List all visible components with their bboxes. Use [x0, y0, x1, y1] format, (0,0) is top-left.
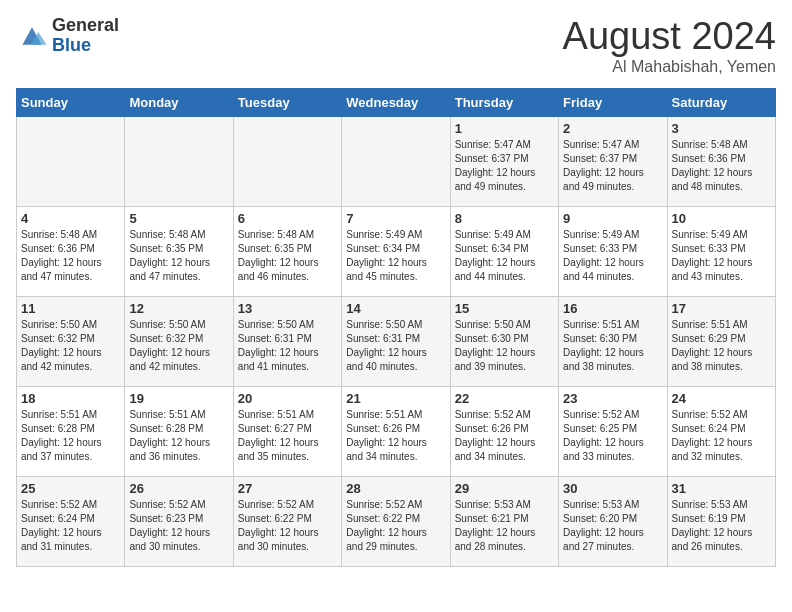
day-info-line: Sunrise: 5:49 AM [563, 229, 639, 240]
calendar-cell: 3Sunrise: 5:48 AMSunset: 6:36 PMDaylight… [667, 116, 775, 206]
day-number: 22 [455, 391, 554, 406]
day-info: Sunrise: 5:52 AMSunset: 6:23 PMDaylight:… [129, 498, 228, 554]
calendar-cell: 23Sunrise: 5:52 AMSunset: 6:25 PMDayligh… [559, 386, 667, 476]
day-number: 20 [238, 391, 337, 406]
day-info: Sunrise: 5:52 AMSunset: 6:26 PMDaylight:… [455, 408, 554, 464]
day-info-line: and 49 minutes. [563, 181, 634, 192]
logo-general-text: General [52, 16, 119, 36]
calendar-cell: 22Sunrise: 5:52 AMSunset: 6:26 PMDayligh… [450, 386, 558, 476]
day-number: 16 [563, 301, 662, 316]
day-number: 31 [672, 481, 771, 496]
day-info-line: Sunrise: 5:51 AM [346, 409, 422, 420]
day-info-line: and 31 minutes. [21, 541, 92, 552]
calendar-cell: 15Sunrise: 5:50 AMSunset: 6:30 PMDayligh… [450, 296, 558, 386]
day-info: Sunrise: 5:48 AMSunset: 6:36 PMDaylight:… [672, 138, 771, 194]
day-number: 29 [455, 481, 554, 496]
day-info-line: Sunrise: 5:51 AM [672, 319, 748, 330]
calendar-cell: 20Sunrise: 5:51 AMSunset: 6:27 PMDayligh… [233, 386, 341, 476]
day-info-line: Sunrise: 5:48 AM [129, 229, 205, 240]
day-number: 26 [129, 481, 228, 496]
day-info-line: Daylight: 12 hours [672, 167, 753, 178]
day-info-line: Sunrise: 5:52 AM [563, 409, 639, 420]
day-info: Sunrise: 5:51 AMSunset: 6:28 PMDaylight:… [21, 408, 120, 464]
day-info: Sunrise: 5:52 AMSunset: 6:25 PMDaylight:… [563, 408, 662, 464]
day-info-line: Sunrise: 5:50 AM [129, 319, 205, 330]
day-info-line: Sunrise: 5:51 AM [129, 409, 205, 420]
day-info: Sunrise: 5:51 AMSunset: 6:29 PMDaylight:… [672, 318, 771, 374]
day-info-line: Sunset: 6:21 PM [455, 513, 529, 524]
calendar-cell: 18Sunrise: 5:51 AMSunset: 6:28 PMDayligh… [17, 386, 125, 476]
day-info-line: Sunrise: 5:49 AM [672, 229, 748, 240]
day-info-line: Sunrise: 5:51 AM [21, 409, 97, 420]
day-number: 2 [563, 121, 662, 136]
day-number: 1 [455, 121, 554, 136]
day-info-line: Sunset: 6:34 PM [346, 243, 420, 254]
day-info-line: Daylight: 12 hours [346, 257, 427, 268]
calendar-cell: 14Sunrise: 5:50 AMSunset: 6:31 PMDayligh… [342, 296, 450, 386]
day-info-line: Sunset: 6:26 PM [346, 423, 420, 434]
day-info: Sunrise: 5:51 AMSunset: 6:26 PMDaylight:… [346, 408, 445, 464]
day-info-line: and 47 minutes. [21, 271, 92, 282]
day-number: 21 [346, 391, 445, 406]
day-info: Sunrise: 5:47 AMSunset: 6:37 PMDaylight:… [563, 138, 662, 194]
calendar-cell: 1Sunrise: 5:47 AMSunset: 6:37 PMDaylight… [450, 116, 558, 206]
day-info-line: Sunset: 6:37 PM [563, 153, 637, 164]
day-info-line: Sunrise: 5:47 AM [455, 139, 531, 150]
calendar-week-row: 11Sunrise: 5:50 AMSunset: 6:32 PMDayligh… [17, 296, 776, 386]
day-info: Sunrise: 5:53 AMSunset: 6:21 PMDaylight:… [455, 498, 554, 554]
day-number: 27 [238, 481, 337, 496]
main-title: August 2024 [563, 16, 776, 58]
day-info: Sunrise: 5:49 AMSunset: 6:33 PMDaylight:… [563, 228, 662, 284]
day-info-line: Sunset: 6:22 PM [238, 513, 312, 524]
day-info-line: Sunset: 6:30 PM [455, 333, 529, 344]
day-info-line: Sunset: 6:31 PM [346, 333, 420, 344]
day-number: 6 [238, 211, 337, 226]
day-number: 23 [563, 391, 662, 406]
day-info-line: Sunrise: 5:51 AM [238, 409, 314, 420]
calendar-cell: 25Sunrise: 5:52 AMSunset: 6:24 PMDayligh… [17, 476, 125, 566]
day-info-line: and 36 minutes. [129, 451, 200, 462]
calendar-cell [125, 116, 233, 206]
weekday-header-monday: Monday [125, 88, 233, 116]
day-info-line: Sunrise: 5:52 AM [129, 499, 205, 510]
day-info-line: Sunrise: 5:48 AM [672, 139, 748, 150]
day-number: 30 [563, 481, 662, 496]
calendar-table: SundayMondayTuesdayWednesdayThursdayFrid… [16, 88, 776, 567]
day-info-line: Daylight: 12 hours [455, 257, 536, 268]
day-info-line: Sunset: 6:32 PM [21, 333, 95, 344]
day-info-line: Sunrise: 5:49 AM [455, 229, 531, 240]
page-header: General Blue August 2024 Al Mahabishah, … [16, 16, 776, 76]
day-info: Sunrise: 5:52 AMSunset: 6:22 PMDaylight:… [346, 498, 445, 554]
day-info-line: Sunset: 6:25 PM [563, 423, 637, 434]
day-info-line: and 43 minutes. [672, 271, 743, 282]
day-info-line: Sunrise: 5:52 AM [238, 499, 314, 510]
calendar-cell: 31Sunrise: 5:53 AMSunset: 6:19 PMDayligh… [667, 476, 775, 566]
day-number: 14 [346, 301, 445, 316]
day-info-line: Daylight: 12 hours [238, 437, 319, 448]
calendar-body: 1Sunrise: 5:47 AMSunset: 6:37 PMDaylight… [17, 116, 776, 566]
day-info-line: Sunrise: 5:49 AM [346, 229, 422, 240]
day-info-line: Sunrise: 5:48 AM [21, 229, 97, 240]
day-info-line: Daylight: 12 hours [346, 347, 427, 358]
day-info-line: Sunset: 6:33 PM [672, 243, 746, 254]
calendar-cell: 27Sunrise: 5:52 AMSunset: 6:22 PMDayligh… [233, 476, 341, 566]
day-info-line: Sunset: 6:31 PM [238, 333, 312, 344]
day-info-line: Daylight: 12 hours [21, 347, 102, 358]
day-info: Sunrise: 5:48 AMSunset: 6:35 PMDaylight:… [129, 228, 228, 284]
day-number: 8 [455, 211, 554, 226]
weekday-header-saturday: Saturday [667, 88, 775, 116]
calendar-cell: 13Sunrise: 5:50 AMSunset: 6:31 PMDayligh… [233, 296, 341, 386]
day-info-line: Daylight: 12 hours [672, 527, 753, 538]
day-info-line: and 35 minutes. [238, 451, 309, 462]
calendar-cell: 5Sunrise: 5:48 AMSunset: 6:35 PMDaylight… [125, 206, 233, 296]
day-number: 4 [21, 211, 120, 226]
day-info-line: Sunrise: 5:50 AM [238, 319, 314, 330]
day-info: Sunrise: 5:49 AMSunset: 6:33 PMDaylight:… [672, 228, 771, 284]
day-number: 18 [21, 391, 120, 406]
day-info-line: and 47 minutes. [129, 271, 200, 282]
day-info: Sunrise: 5:52 AMSunset: 6:22 PMDaylight:… [238, 498, 337, 554]
day-info: Sunrise: 5:47 AMSunset: 6:37 PMDaylight:… [455, 138, 554, 194]
day-info: Sunrise: 5:50 AMSunset: 6:31 PMDaylight:… [346, 318, 445, 374]
day-info-line: and 34 minutes. [346, 451, 417, 462]
day-info-line: Sunrise: 5:52 AM [672, 409, 748, 420]
